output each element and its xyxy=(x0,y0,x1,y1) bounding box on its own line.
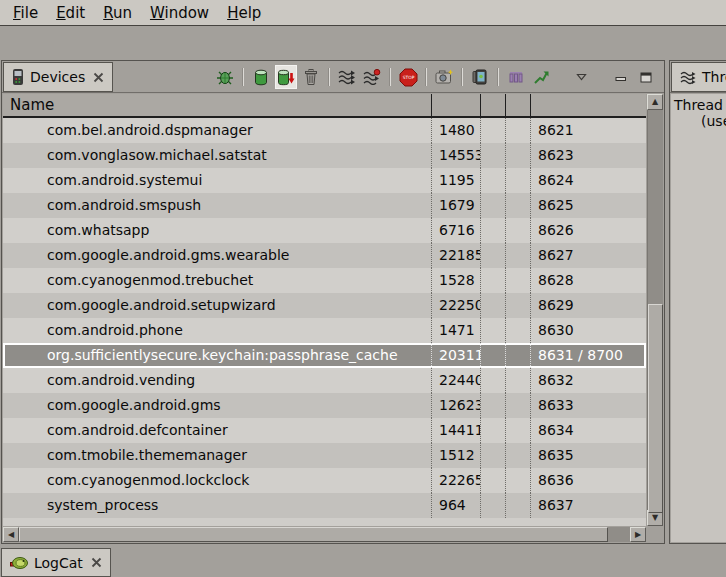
menu-run[interactable]: Run xyxy=(94,2,141,24)
menu-edit[interactable]: Edit xyxy=(47,2,94,24)
tab-threads[interactable]: Threads xyxy=(671,62,726,92)
menu-help[interactable]: Help xyxy=(218,2,270,24)
vertical-scrollbar[interactable]: ▲ ▼ xyxy=(647,94,663,526)
toolbar-separator xyxy=(497,68,499,86)
cell-port: 8630 xyxy=(530,318,646,343)
cell-port: 8633 xyxy=(530,393,646,418)
cause-gc-button[interactable] xyxy=(301,66,321,88)
cell-name: com.google.android.gms xyxy=(3,393,431,418)
table-row[interactable]: com.android.smspush16798625 xyxy=(3,193,646,218)
screen-record-button[interactable] xyxy=(470,66,490,88)
screen-capture-button[interactable] xyxy=(434,66,454,88)
cell-c3 xyxy=(480,393,505,418)
phone-icon xyxy=(12,69,24,85)
update-threads-icon xyxy=(338,69,356,85)
table-row[interactable]: com.google.android.setupwizard222508629 xyxy=(3,293,646,318)
start-method-profiling-button[interactable] xyxy=(362,66,382,88)
cell-name: com.cyanogenmod.lockclock xyxy=(3,468,431,493)
column-header-unlabeled[interactable] xyxy=(505,94,530,116)
cell-pid: 1480 xyxy=(431,118,480,143)
stop-process-button[interactable]: STOP xyxy=(398,66,418,88)
cell-pid: 22440 xyxy=(431,368,480,393)
cell-c3 xyxy=(480,193,505,218)
horizontal-scrollbar-track[interactable] xyxy=(19,527,630,542)
dump-view-hierarchy-icon xyxy=(508,70,524,84)
cell-name: com.google.android.setupwizard xyxy=(3,293,431,318)
table-row[interactable]: com.cyanogenmod.trebuchet15288628 xyxy=(3,268,646,293)
cell-c3 xyxy=(480,293,505,318)
close-icon[interactable] xyxy=(93,72,104,83)
table-row[interactable]: system_process9648637 xyxy=(3,493,646,518)
table-row[interactable]: com.tmobile.thememanager15128635 xyxy=(3,443,646,468)
cell-c4 xyxy=(505,493,530,518)
cell-port: 8631 / 8700 xyxy=(530,343,646,368)
dump-view-hierarchy-button[interactable] xyxy=(506,66,526,88)
column-header-unlabeled[interactable] xyxy=(480,94,505,116)
minimize-button[interactable] xyxy=(611,66,631,88)
close-icon[interactable] xyxy=(91,557,102,568)
cell-name: com.android.defcontainer xyxy=(3,418,431,443)
cell-port: 8625 xyxy=(530,193,646,218)
menu-bar: File Edit Run Window Help xyxy=(0,0,726,26)
scroll-right-button[interactable]: ▶ xyxy=(630,527,646,542)
menu-window[interactable]: Window xyxy=(141,2,218,24)
cell-c4 xyxy=(505,218,530,243)
cell-port: 8623 xyxy=(530,143,646,168)
table-row[interactable]: com.google.android.gms126238633 xyxy=(3,393,646,418)
table-row[interactable]: com.cyanogenmod.lockclock222658636 xyxy=(3,468,646,493)
cell-name: com.android.phone xyxy=(3,318,431,343)
menu-file[interactable]: File xyxy=(4,2,47,24)
table-row[interactable]: org.sufficientlysecure.keychain:passphra… xyxy=(3,343,646,368)
table-row[interactable]: com.whatsapp67168626 xyxy=(3,218,646,243)
update-heap-button[interactable] xyxy=(251,66,271,88)
table-row[interactable]: com.android.systemui11958624 xyxy=(3,168,646,193)
maximize-button[interactable] xyxy=(636,66,656,88)
view-menu-button[interactable] xyxy=(571,66,591,88)
cell-port: 8628 xyxy=(530,268,646,293)
update-threads-button[interactable] xyxy=(337,66,357,88)
cell-c4 xyxy=(505,368,530,393)
column-header-name[interactable]: Name xyxy=(3,94,431,116)
table-row[interactable]: com.vonglasow.michael.satstat145538623 xyxy=(3,143,646,168)
vertical-scrollbar-thumb[interactable] xyxy=(648,304,663,513)
tab-devices[interactable]: Devices xyxy=(3,62,113,92)
cell-name: org.sufficientlysecure.keychain:passphra… xyxy=(3,343,431,368)
cell-c4 xyxy=(505,168,530,193)
cell-c3 xyxy=(480,143,505,168)
table-row[interactable]: com.google.android.gms.wearable221858627 xyxy=(3,243,646,268)
svg-text:STOP: STOP xyxy=(402,75,414,80)
screen-capture-camera-icon xyxy=(435,69,453,85)
start-opengl-trace-button[interactable] xyxy=(531,66,551,88)
cell-c4 xyxy=(505,418,530,443)
screen-record-icon xyxy=(472,69,488,85)
cell-c3 xyxy=(480,318,505,343)
table-row[interactable]: com.android.defcontainer144118634 xyxy=(3,418,646,443)
cell-c4 xyxy=(505,143,530,168)
devices-toolbar: STOP xyxy=(215,64,656,90)
cell-c3 xyxy=(480,443,505,468)
debug-process-button[interactable] xyxy=(215,66,235,88)
cell-pid: 20311 xyxy=(431,343,480,368)
cell-pid: 22265 xyxy=(431,468,480,493)
cell-pid: 1195 xyxy=(431,168,480,193)
cell-c3 xyxy=(480,268,505,293)
dump-hprof-button[interactable] xyxy=(276,66,296,88)
table-row[interactable]: com.bel.android.dspmanager14808621 xyxy=(3,118,646,143)
cell-name: com.whatsapp xyxy=(3,218,431,243)
column-header-port[interactable] xyxy=(530,94,646,116)
tab-logcat[interactable]: LogCat xyxy=(1,548,111,577)
table-row[interactable]: com.android.vending224408632 xyxy=(3,368,646,393)
cell-c4 xyxy=(505,343,530,368)
cell-c4 xyxy=(505,118,530,143)
cell-c4 xyxy=(505,193,530,218)
vertical-scrollbar-track[interactable] xyxy=(647,110,663,510)
column-header-pid[interactable] xyxy=(431,94,480,116)
table-row[interactable]: com.android.phone14718630 xyxy=(3,318,646,343)
cell-c3 xyxy=(480,243,505,268)
dump-hprof-icon xyxy=(277,69,296,86)
scroll-up-button[interactable]: ▲ xyxy=(647,94,663,110)
toolbar-separator xyxy=(389,68,391,86)
horizontal-scrollbar[interactable]: ◀ ▶ xyxy=(3,527,646,542)
horizontal-scrollbar-thumb[interactable] xyxy=(19,527,608,542)
scroll-left-button[interactable]: ◀ xyxy=(3,527,19,542)
